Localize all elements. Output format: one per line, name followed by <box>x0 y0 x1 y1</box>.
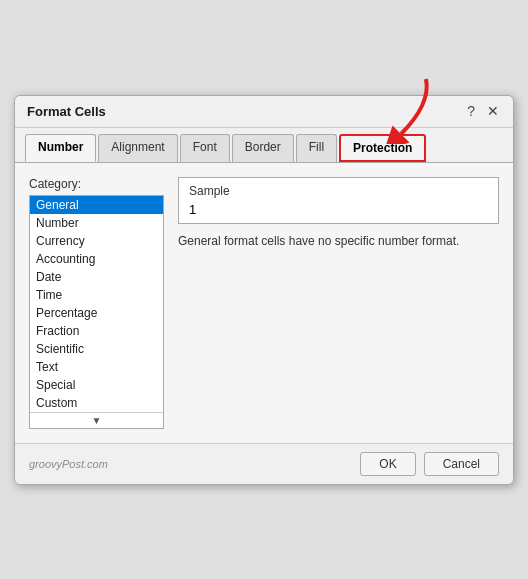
title-bar-controls: ? ✕ <box>465 104 501 118</box>
category-list-wrap: General Number Currency Accounting Date … <box>29 195 164 429</box>
tab-font[interactable]: Font <box>180 134 230 162</box>
category-list: General Number Currency Accounting Date … <box>30 196 163 412</box>
scroll-down-icon: ▼ <box>92 415 102 426</box>
dialog-body: Category: General Number Currency Accoun… <box>15 162 513 443</box>
right-panel: Sample 1 General format cells have no sp… <box>178 177 499 429</box>
category-item-scientific[interactable]: Scientific <box>30 340 163 358</box>
tab-protection-wrap: Protection <box>339 134 426 162</box>
category-section: Category: General Number Currency Accoun… <box>29 177 164 429</box>
category-item-special[interactable]: Special <box>30 376 163 394</box>
category-item-fraction[interactable]: Fraction <box>30 322 163 340</box>
cancel-button[interactable]: Cancel <box>424 452 499 476</box>
tab-alignment[interactable]: Alignment <box>98 134 177 162</box>
category-item-date[interactable]: Date <box>30 268 163 286</box>
footer-buttons: OK Cancel <box>360 452 499 476</box>
sample-value: 1 <box>189 202 488 217</box>
sample-box: Sample 1 <box>178 177 499 224</box>
description-text: General format cells have no specific nu… <box>178 232 499 250</box>
category-item-general[interactable]: General <box>30 196 163 214</box>
category-item-custom[interactable]: Custom <box>30 394 163 412</box>
category-label: Category: <box>29 177 164 191</box>
category-item-text[interactable]: Text <box>30 358 163 376</box>
category-item-number[interactable]: Number <box>30 214 163 232</box>
tab-protection[interactable]: Protection <box>339 134 426 162</box>
body-row: Category: General Number Currency Accoun… <box>29 177 499 429</box>
category-item-currency[interactable]: Currency <box>30 232 163 250</box>
sample-label: Sample <box>189 184 488 198</box>
category-item-time[interactable]: Time <box>30 286 163 304</box>
close-button[interactable]: ✕ <box>485 104 501 118</box>
category-item-accounting[interactable]: Accounting <box>30 250 163 268</box>
title-bar: Format Cells ? ✕ <box>15 96 513 128</box>
tab-fill[interactable]: Fill <box>296 134 337 162</box>
help-button[interactable]: ? <box>465 104 477 118</box>
brand-label: groovyPost.com <box>29 458 108 470</box>
list-scrollbar[interactable]: ▼ <box>30 412 163 428</box>
tab-bar: Number Alignment Font Border Fill Protec… <box>15 128 513 162</box>
tab-border[interactable]: Border <box>232 134 294 162</box>
tab-number[interactable]: Number <box>25 134 96 162</box>
category-item-percentage[interactable]: Percentage <box>30 304 163 322</box>
format-cells-dialog: Format Cells ? ✕ Number Alignment Font B… <box>14 95 514 485</box>
dialog-title: Format Cells <box>27 104 106 119</box>
ok-button[interactable]: OK <box>360 452 415 476</box>
dialog-footer: groovyPost.com OK Cancel <box>15 443 513 484</box>
